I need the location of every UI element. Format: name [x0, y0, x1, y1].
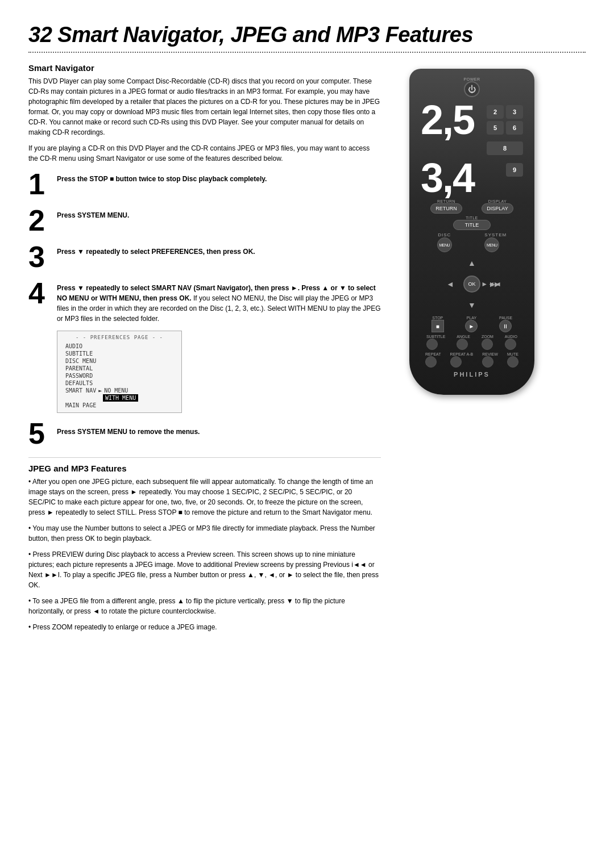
skip-right-btn[interactable]: ▶▶ — [490, 281, 499, 288]
nav-up-btn[interactable]: ▲ — [468, 258, 476, 268]
screen-row-password: PASSWORD — [63, 372, 176, 379]
stop-button[interactable]: ■ — [432, 320, 444, 332]
smart-navigator-body2: If you are playing a CD-R on this DVD Pl… — [28, 143, 381, 164]
repeat-label: REPEAT — [425, 352, 441, 356]
step-2-text: Press SYSTEM MENU. — [57, 211, 129, 219]
screen-row-audio: AUDIO — [63, 343, 176, 350]
repeat-row: REPEAT REPEAT A-B REVIEW MUTE — [421, 352, 523, 368]
screen-row-disc-menu: DISC MENU — [63, 357, 176, 365]
pause-button[interactable]: ⏸ — [499, 320, 512, 332]
step-2-content: Press SYSTEM MENU. — [57, 206, 129, 220]
zoom-label: ZOOM — [482, 335, 493, 339]
philips-logo: PHILIPS — [421, 371, 523, 378]
jpeg-bullet3: • Press PREVIEW during Disc playback to … — [28, 549, 381, 590]
smart-nav-arrow: ► — [98, 387, 102, 394]
left-column: Smart Navigator This DVD Player can play… — [28, 63, 381, 638]
mute-button[interactable] — [507, 356, 518, 368]
step-1-text: Press the STOP ■ button twice to stop Di… — [57, 175, 267, 183]
step-4-number: 4 — [28, 278, 51, 308]
display-label: DISPLAY — [482, 199, 513, 203]
repeat-button[interactable] — [425, 356, 437, 368]
jpeg-section: JPEG and MP3 Features • After you open o… — [28, 457, 381, 632]
disc-system-row: DISC MENU SYSTEM MENU — [421, 232, 523, 252]
display-button[interactable]: DISPLAY — [482, 203, 513, 214]
step-1-number: 1 — [28, 169, 51, 199]
step-4-content: Press ▼ repeatedly to select SMART NAV (… — [57, 278, 381, 324]
return-button[interactable]: RETURN — [430, 203, 462, 214]
return-label: RETURN — [430, 199, 462, 203]
audio-button[interactable] — [505, 339, 516, 350]
angle-label: ANGLE — [457, 335, 470, 339]
main-layout: Smart Navigator This DVD Player can play… — [28, 63, 586, 638]
num-btn-8[interactable]: 8 — [487, 141, 523, 155]
page-title: 32 Smart Navigator, JPEG and MP3 Feature… — [28, 23, 586, 47]
audio-label: AUDIO — [505, 335, 517, 339]
num-btn-3[interactable]: 3 — [506, 105, 523, 119]
jpeg-bullet4: • To see a JPEG file from a different an… — [28, 596, 381, 616]
step-5-content: Press SYSTEM MENU to remove the menus. — [57, 419, 200, 437]
jpeg-bullet1: • After you open one JPEG picture, each … — [28, 477, 381, 518]
subtitle-button[interactable] — [426, 339, 438, 350]
screen-row-parental: PARENTAL — [63, 365, 176, 372]
repeat-ab-button[interactable] — [450, 356, 462, 368]
jpeg-bullet5: • Press ZOOM repeatedly to enlarge or re… — [28, 622, 381, 632]
step-1-content: Press the STOP ■ button twice to stop Di… — [57, 169, 267, 184]
nav-left-btn[interactable]: ◄ — [446, 279, 454, 289]
num-grid-top: 2 3 5 6 — [487, 99, 523, 135]
mute-label: MUTE — [507, 352, 518, 356]
step-3-text: Press ▼ repeatedly to select PREFERENCES… — [57, 248, 255, 256]
nav-down-btn[interactable]: ▼ — [468, 301, 476, 310]
repeat-ab-label: REPEAT A-B — [450, 352, 474, 356]
ok-button[interactable]: OK — [463, 276, 480, 293]
right-column: POWER ⏻ 2,5 2 3 5 6 — [392, 63, 551, 638]
big-numbers-bottom-section: 3,4 9 — [421, 157, 523, 198]
play-button[interactable]: ► — [465, 320, 478, 332]
screen-row-smart-nav: SMART NAV ► NO MENU — [63, 387, 176, 394]
subtitle-row: SUBTITLE ANGLE ZOOM AUDIO — [421, 335, 523, 350]
step-2-number: 2 — [28, 206, 51, 235]
step-5-number: 5 — [28, 419, 51, 448]
jpeg-heading: JPEG and MP3 Features — [28, 464, 381, 473]
power-button[interactable]: ⏻ — [464, 81, 480, 97]
step-3-content: Press ▼ repeatedly to select PREFERENCES… — [57, 242, 255, 257]
num-btn-5[interactable]: 5 — [487, 121, 504, 135]
transport-row: STOP ■ PLAY ► PAUSE ⏸ — [421, 316, 523, 332]
return-display-row: RETURN RETURN DISPLAY DISPLAY — [421, 199, 523, 214]
with-menu-selected: WITH MENU — [103, 394, 138, 402]
screen-row-defaults: DEFAULTS — [63, 379, 176, 387]
zoom-button[interactable] — [482, 339, 493, 350]
smart-navigator-body1: This DVD Player can play some Compact Di… — [28, 76, 381, 137]
stop-label: STOP — [432, 316, 444, 320]
num-btn-6[interactable]: 6 — [506, 121, 523, 135]
step-3-number: 3 — [28, 242, 51, 272]
num-btn-9[interactable]: 9 — [506, 163, 523, 177]
big-numbers-top-section: 2,5 2 3 5 6 — [421, 99, 523, 140]
pause-label: PAUSE — [499, 316, 512, 320]
title-button[interactable]: TITLE — [453, 220, 491, 230]
power-label: POWER — [421, 77, 523, 81]
step-1: 1 Press the STOP ■ button twice to stop … — [28, 169, 381, 199]
system-label: SYSTEM — [484, 232, 507, 237]
big-numbers-bottom: 3,4 — [421, 157, 474, 198]
system-menu-button[interactable]: MENU — [484, 237, 499, 252]
big-numbers-top: 2,5 — [421, 99, 474, 140]
angle-button[interactable] — [457, 339, 468, 350]
title-label: TITLE — [453, 216, 491, 220]
section-divider-top — [28, 52, 586, 53]
num-btn-2[interactable]: 2 — [487, 105, 504, 119]
smart-navigator-heading: Smart Navigator — [28, 63, 381, 73]
screen-row-main-page: MAIN PAGE — [63, 402, 176, 409]
step-5: 5 Press SYSTEM MENU to remove the menus. — [28, 419, 381, 448]
step-4: 4 Press ▼ repeatedly to select SMART NAV… — [28, 278, 381, 324]
screen-row-subtitle: SUBTITLE — [63, 350, 176, 357]
disc-label: DISC — [437, 232, 452, 237]
screen-header: - - PREFERENCES PAGE - - — [63, 335, 176, 340]
remote-wrapper: POWER ⏻ 2,5 2 3 5 6 — [409, 69, 534, 395]
jpeg-divider — [28, 457, 381, 458]
preferences-screen: - - PREFERENCES PAGE - - AUDIO SUBTITLE … — [57, 331, 182, 413]
subtitle-label: SUBTITLE — [426, 335, 445, 339]
disc-menu-button[interactable]: MENU — [437, 237, 452, 252]
step-3: 3 Press ▼ repeatedly to select PREFERENC… — [28, 242, 381, 272]
review-button[interactable] — [482, 356, 493, 368]
screen-row-with-menu: WITH MENU — [63, 394, 176, 402]
